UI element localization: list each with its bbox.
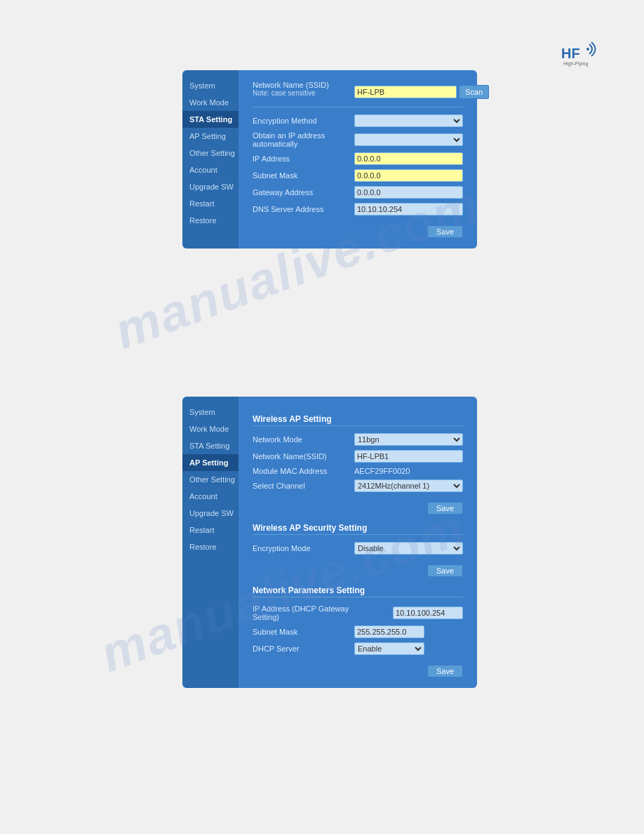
mac-value: AECF29FF0020 [354, 467, 463, 475]
sidebar2-item-apsetting[interactable]: AP Setting [182, 454, 239, 471]
panel2-main: Wireless AP Setting Network Mode 11bgn N… [239, 397, 477, 688]
label-dns: DNS Server Address [253, 205, 354, 213]
label-ap-ssid: Network Name(SSID) [253, 452, 354, 461]
panel2-save2-button[interactable]: Save [427, 564, 463, 577]
ssid-input[interactable] [354, 86, 457, 98]
sidebar2-item-othersetting[interactable]: Other Setting [182, 471, 239, 488]
panel2-sidebar: System Work Mode STA Setting AP Setting … [182, 397, 239, 688]
sidebar1-item-upgradesw[interactable]: Upgrade SW [182, 178, 239, 195]
svg-point-1 [586, 48, 589, 51]
ssid-input-group: Scan [354, 85, 489, 99]
dns-input[interactable] [354, 203, 463, 216]
panel2-save1-row: Save [253, 496, 463, 515]
sidebar2-item-upgradesw[interactable]: Upgrade SW [182, 505, 239, 522]
form-row-gateway: Gateway Address [253, 186, 463, 199]
sidebar2-item-stasetting[interactable]: STA Setting [182, 437, 239, 454]
ipaddress-input[interactable] [354, 152, 463, 165]
hf-logo: HF High-Flying [560, 39, 602, 67]
panel1-wrapper: System Work Mode STA Setting AP Setting … [182, 70, 477, 249]
sidebar1-item-othersetting[interactable]: Other Setting [182, 145, 239, 161]
sidebar1-item-system[interactable]: System [182, 77, 239, 94]
form-row-subnetmask: Subnet Mask [253, 169, 463, 182]
label-dhcp-server: DHCP Server [253, 644, 354, 653]
gateway-input[interactable] [354, 186, 463, 199]
form-row-mac: Module MAC Address AECF29FF0020 [253, 467, 463, 475]
label-ipaddress: IP Address [253, 154, 354, 163]
label-subnetmask: Subnet Mask [253, 171, 354, 180]
form-row-dhcp-server: DHCP Server Enable [253, 642, 463, 655]
panel1-save-button[interactable]: Save [427, 225, 463, 238]
label-ap-subnet: Subnet Mask [253, 628, 354, 636]
panel1-save-row: Save [253, 220, 463, 238]
label-ssid: Network Name (SSID) [253, 81, 354, 89]
label-encmode: Encryption Mode [253, 544, 354, 552]
encmode-select[interactable]: Disable [354, 542, 463, 555]
sidebar1-item-stasetting[interactable]: STA Setting [182, 111, 239, 128]
encryption-select[interactable] [354, 114, 463, 127]
sidebar1-item-apsetting[interactable]: AP Setting [182, 128, 239, 145]
form-row-ssid: Network Name (SSID) Note: case sensitive… [253, 81, 463, 102]
panel2-save3-row: Save [253, 659, 463, 677]
form-row-channel: Select Channel 2412MHz(channel 1) [253, 479, 463, 492]
svg-text:High-Flying: High-Flying [563, 61, 589, 67]
obtainip-select[interactable] [354, 133, 463, 146]
section1-title: Wireless AP Setting [253, 414, 463, 424]
section2-title: Wireless AP Security Setting [253, 523, 463, 533]
panel1-main: Network Name (SSID) Note: case sensitive… [239, 70, 477, 249]
form-row-netmode: Network Mode 11bgn [253, 433, 463, 446]
form-row-dns: DNS Server Address [253, 203, 463, 216]
panel2-save3-button[interactable]: Save [427, 665, 463, 677]
form-row-encmode: Encryption Mode Disable [253, 542, 463, 555]
sidebar2-item-restart[interactable]: Restart [182, 522, 239, 538]
note-ssid: Note: case sensitive [253, 89, 354, 97]
panel2-save1-button[interactable]: Save [427, 502, 463, 515]
form-row-ap-subnet: Subnet Mask [253, 626, 463, 638]
label-gateway: Gateway Address [253, 188, 354, 197]
sidebar1-item-restart[interactable]: Restart [182, 195, 239, 212]
sidebar2-item-workmode[interactable]: Work Mode [182, 421, 239, 437]
sidebar1-item-workmode[interactable]: Work Mode [182, 94, 239, 111]
section3-title: Network Parameters Setting [253, 585, 463, 595]
label-netmode: Network Mode [253, 435, 354, 444]
ap-ssid-input[interactable] [354, 450, 463, 463]
label-mac: Module MAC Address [253, 467, 354, 475]
label-obtainip: Obtain an IP address automatically [253, 131, 354, 148]
panel2-wrapper: System Work Mode STA Setting AP Setting … [182, 397, 477, 688]
label-encryption: Encryption Method [253, 117, 354, 125]
ap-subnet-input[interactable] [354, 626, 424, 638]
sidebar1-item-account[interactable]: Account [182, 161, 239, 178]
svg-text:HF: HF [561, 46, 580, 61]
form-row-obtainip: Obtain an IP address automatically [253, 131, 463, 148]
sidebar1-item-restore[interactable]: Restore [182, 212, 239, 229]
panel1-sidebar: System Work Mode STA Setting AP Setting … [182, 70, 239, 249]
subnetmask-input[interactable] [354, 169, 463, 182]
form-row-encryption: Encryption Method [253, 114, 463, 127]
channel-select[interactable]: 2412MHz(channel 1) [354, 479, 463, 492]
scan-button[interactable]: Scan [459, 85, 489, 99]
dhcp-ip-input[interactable] [393, 607, 463, 619]
netmode-select[interactable]: 11bgn [354, 433, 463, 446]
logo-area: HF High-Flying [560, 39, 602, 69]
label-dhcp-ip: IP Address (DHCP Gateway Setting) [253, 604, 354, 621]
form-row-ap-ssid: Network Name(SSID) [253, 450, 463, 463]
sidebar2-item-restore[interactable]: Restore [182, 538, 239, 555]
form-row-dhcp-ip: IP Address (DHCP Gateway Setting) [253, 604, 463, 621]
form-row-ipaddress: IP Address [253, 152, 463, 165]
panel2-save2-row: Save [253, 559, 463, 577]
sidebar2-item-account[interactable]: Account [182, 488, 239, 505]
label-channel: Select Channel [253, 482, 354, 490]
dhcp-server-select[interactable]: Enable [354, 642, 424, 655]
sidebar2-item-system[interactable]: System [182, 404, 239, 421]
